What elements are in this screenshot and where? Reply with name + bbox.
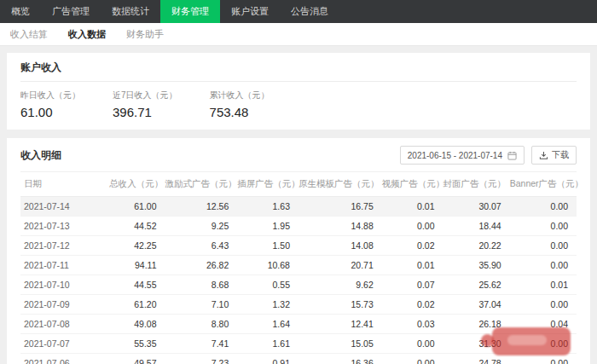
download-label: 下载 [552,149,569,161]
cell-value: 0.01 [510,275,577,295]
table-row[interactable]: 2021-07-0649.577.230.9116.360.0024.780.0… [20,354,577,364]
cell-value: 8.68 [165,275,238,295]
top-nav-item-0[interactable]: 概览 [0,0,41,23]
cell-value: 1.32 [237,295,298,315]
column-header-6: 封面广告（元） [443,172,509,197]
cell-value: 16.75 [298,197,382,217]
cell-value: 1.63 [237,197,298,217]
table-row[interactable]: 2021-07-1344.529.251.9514.880.0018.440.0… [20,217,577,236]
download-button[interactable]: 下载 [531,146,577,165]
cell-date: 2021-07-14 [20,197,109,217]
stat-block-0: 昨日收入（元）61.00 [20,90,80,119]
cell-value: 20.22 [443,236,509,256]
cell-value: 7.41 [165,334,238,354]
date-range-picker[interactable]: 2021-06-15 - 2021-07-14 [400,146,525,165]
cell-value: 1.61 [237,334,298,354]
cell-value: 44.55 [109,275,165,295]
cell-value: 12.41 [298,315,382,334]
column-header-7: Banner广告（元） [510,172,577,197]
cell-value: 0.02 [382,236,443,256]
top-nav-item-4[interactable]: 账户设置 [220,0,280,23]
cell-value: 0.00 [510,217,577,236]
stat-value: 61.00 [20,105,80,119]
income-detail-title: 收入明细 [20,148,61,163]
cell-value: 0.01 [382,256,443,275]
income-table-head: 日期总收入（元）激励式广告（元）插屏广告（元）原生模板广告（元）视频广告（元）封… [20,172,577,197]
sub-nav-tab-2[interactable]: 财务助手 [116,28,174,41]
cell-value: 0.55 [237,275,298,295]
cell-value: 6.43 [165,236,238,256]
cell-value: 9.62 [298,275,382,295]
table-controls: 2021-06-15 - 2021-07-14 下载 [400,146,577,165]
cell-value: 10.68 [237,256,298,275]
cell-value: 1.64 [237,315,298,334]
cell-value: 7.23 [165,354,238,364]
cell-value: 14.08 [298,236,382,256]
column-header-2: 激励式广告（元） [165,172,238,197]
cell-value: 55.35 [109,334,165,354]
column-header-4: 原生模板广告（元） [298,172,382,197]
cell-value: 35.90 [443,256,509,275]
cell-value: 15.73 [298,295,382,315]
top-nav-item-1[interactable]: 广告管理 [41,0,101,23]
cell-value: 18.44 [443,217,509,236]
cell-value: 0.00 [382,354,443,364]
download-icon [539,151,548,160]
top-nav-item-3[interactable]: 财务管理 [160,0,220,23]
cell-value: 1.50 [237,236,298,256]
stat-label: 昨日收入（元） [20,90,80,101]
stat-label: 累计收入（元） [210,90,270,101]
cell-value: 7.10 [165,295,238,315]
watermark-smear [507,335,547,345]
column-header-1: 总收入（元） [109,172,165,197]
cell-value: 0.91 [237,354,298,364]
calendar-icon [507,151,517,160]
stat-value: 753.48 [210,105,270,119]
cell-value: 20.71 [298,256,382,275]
cell-value: 9.25 [165,217,238,236]
cell-value: 0.00 [510,236,577,256]
table-row[interactable]: 2021-07-1461.0012.561.6316.750.0130.070.… [20,197,577,217]
stat-label: 近7日收入（元） [113,90,177,101]
cell-value: 0.00 [510,256,577,275]
table-row[interactable]: 2021-07-1242.256.431.5014.080.0220.220.0… [20,236,577,256]
cell-date: 2021-07-12 [20,236,109,256]
cell-value: 0.01 [382,197,443,217]
cell-value: 25.62 [443,275,509,295]
watermark-dot [481,334,494,347]
watermark-redaction [492,327,571,355]
cell-value: 0.00 [382,334,443,354]
cell-value: 0.00 [510,295,577,315]
cell-value: 12.56 [165,197,238,217]
cell-value: 0.00 [510,197,577,217]
cell-date: 2021-07-06 [20,354,109,364]
column-header-0: 日期 [20,172,109,197]
table-row[interactable]: 2021-07-1044.558.680.559.620.0725.620.01 [20,275,577,295]
cell-value: 49.08 [109,315,165,334]
cell-value: 61.00 [109,197,165,217]
table-row[interactable]: 2021-07-0961.207.101.3215.730.0237.040.0… [20,295,577,315]
sub-nav-tab-0[interactable]: 收入结算 [0,28,58,41]
cell-value: 0.02 [382,295,443,315]
account-income-title: 账户收入 [20,61,577,82]
income-detail-header: 收入明细 2021-06-15 - 2021-07-14 下载 [20,146,577,169]
cell-date: 2021-07-09 [20,295,109,315]
sub-nav-tab-1[interactable]: 收入数据 [58,28,116,41]
table-row[interactable]: 2021-07-1194.1126.8210.6820.710.0135.900… [20,256,577,275]
sub-nav: 收入结算收入数据财务助手 [0,23,597,46]
cell-date: 2021-07-13 [20,217,109,236]
cell-value: 15.05 [298,334,382,354]
cell-value: 8.80 [165,315,238,334]
cell-value: 94.11 [109,256,165,275]
stat-block-2: 累计收入（元）753.48 [210,90,270,119]
stat-block-1: 近7日收入（元）396.71 [113,90,177,119]
top-nav-item-5[interactable]: 公告消息 [280,0,339,23]
top-nav: 概览广告管理数据统计财务管理账户设置公告消息 [0,0,597,23]
column-header-3: 插屏广告（元） [237,172,298,197]
cell-date: 2021-07-11 [20,256,109,275]
cell-value: 1.95 [237,217,298,236]
cell-value: 42.25 [109,236,165,256]
cell-value: 0.03 [382,315,443,334]
top-nav-item-2[interactable]: 数据统计 [101,0,160,23]
cell-value: 30.07 [443,197,509,217]
